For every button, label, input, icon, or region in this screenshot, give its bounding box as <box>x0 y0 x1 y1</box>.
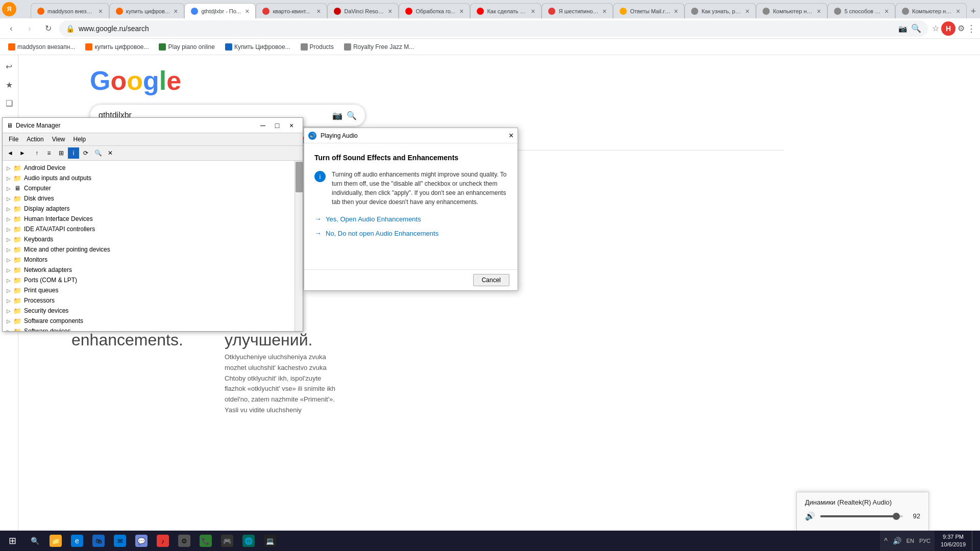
toolbar-back[interactable]: ◄ <box>5 147 16 159</box>
taskbar-app-game[interactable]: 🎮 <box>217 531 237 551</box>
tab-close-icon[interactable]: × <box>245 7 249 15</box>
tree-computer[interactable]: ▷ 🖥 Computer <box>3 183 295 193</box>
dm-maximize-button[interactable]: □ <box>270 118 284 133</box>
bookmark-products[interactable]: Products <box>297 42 338 52</box>
tray-up-arrow-icon[interactable]: ^ <box>883 537 889 545</box>
dm-close-button[interactable]: × <box>284 118 299 133</box>
taskbar-app-music[interactable]: ♪ <box>153 531 173 551</box>
bookmark-piano[interactable]: Play piano online <box>155 42 218 52</box>
dm-menu-file[interactable]: File <box>5 134 22 144</box>
tab-5sp[interactable]: 5 способов по... × <box>827 3 895 18</box>
tab-google-active[interactable]: gthtdjlxbr - По... × <box>184 3 256 18</box>
start-button[interactable]: ⊞ <box>0 531 24 551</box>
tab-otvety[interactable]: Ответы Mail.ru... × <box>613 3 684 18</box>
bookmark-star-icon[interactable]: ☆ <box>932 23 939 33</box>
tray-lang-en[interactable]: EN <box>905 538 915 544</box>
bookmark-jazz[interactable]: Royalty Free Jazz M... <box>340 42 418 52</box>
sidebar-bookmark2[interactable]: ★ <box>2 78 16 92</box>
forward-button[interactable]: › <box>22 21 37 36</box>
volume-slider-track[interactable] <box>820 515 903 517</box>
camera-search-icon[interactable]: 📷 <box>332 111 342 120</box>
tree-security[interactable]: ▷ 📁 Security devices <box>3 306 295 316</box>
tab-buy[interactable]: купить цифровое... × <box>109 3 185 18</box>
dm-scroll-thumb[interactable] <box>296 162 303 192</box>
new-tab-button[interactable]: + <box>967 4 980 18</box>
toolbar-up[interactable]: ↑ <box>31 147 42 159</box>
tree-display[interactable]: ▷ 📁 Display adapters <box>3 204 295 214</box>
toolbar-forward[interactable]: ► <box>17 147 28 159</box>
tab-close-icon[interactable]: × <box>174 7 178 15</box>
bookmark-maddyson[interactable]: maddyson внезапн... <box>4 42 79 52</box>
tab-close-icon[interactable]: × <box>459 7 463 15</box>
taskbar-app-pc[interactable]: 💻 <box>260 531 280 551</box>
toolbar-remove[interactable]: ✕ <box>105 147 116 159</box>
tab-close-icon[interactable]: × <box>674 7 678 15</box>
volume-slider-thumb[interactable] <box>893 513 900 520</box>
dm-menu-view[interactable]: View <box>48 134 69 144</box>
taskbar-app-fileexplorer[interactable]: 📁 <box>45 531 66 551</box>
tree-android[interactable]: ▷ 📁 Android Device <box>3 163 295 173</box>
reload-button[interactable]: ↻ <box>41 21 55 36</box>
taskbar-app-settings[interactable]: ⚙ <box>174 531 194 551</box>
taskbar-app-phone[interactable]: 📞 <box>195 531 216 551</box>
tab-close-icon[interactable]: × <box>388 7 392 15</box>
taskbar-app-web[interactable]: 🌐 <box>238 531 259 551</box>
show-desktop-button[interactable] <box>972 531 976 551</box>
taskbar-app-store[interactable]: 🛍 <box>88 531 109 551</box>
dm-menu-help[interactable]: Help <box>69 134 90 144</box>
pad-link-no[interactable]: → No, Do not open Audio Enhancements <box>314 229 507 237</box>
tab-davinci[interactable]: DaVinci Resolv... × <box>327 3 399 18</box>
address-bar[interactable]: 🔒 www.google.ru/search 📷 🔍 <box>59 20 928 37</box>
tree-processors[interactable]: ▷ 📁 Processors <box>3 295 295 306</box>
tab-close-icon[interactable]: × <box>602 7 606 15</box>
extensions-icon[interactable]: ⚙ <box>958 23 965 33</box>
pad-link-yes[interactable]: → Yes, Open Audio Enhancements <box>314 215 507 223</box>
tree-swdev[interactable]: ▷ 📁 Software devices <box>3 326 295 331</box>
tab-kak2[interactable]: Как узнать, ра... × <box>684 3 756 18</box>
taskbar-app-discord[interactable]: 💬 <box>131 531 152 551</box>
tab-close-icon[interactable]: × <box>817 7 821 15</box>
tree-network[interactable]: ▷ 📁 Network adapters <box>3 265 295 275</box>
bookmark-digital[interactable]: Купить Цифровое... <box>221 42 295 52</box>
toolbar-list[interactable]: ≡ <box>43 147 55 159</box>
camera-icon[interactable]: 📷 <box>898 24 907 33</box>
tab-close-icon[interactable]: × <box>99 7 103 15</box>
pad-close-button[interactable]: × <box>509 131 513 140</box>
tab-comp1[interactable]: Компьютер не... × <box>756 3 827 18</box>
profile-icon[interactable]: Я <box>2 2 16 16</box>
dm-scrollbar[interactable] <box>295 161 303 331</box>
toolbar-prop[interactable]: i <box>68 147 79 159</box>
tree-ide[interactable]: ▷ 📁 IDE ATA/ATAPI controllers <box>3 224 295 234</box>
toolbar-grid[interactable]: ⊞ <box>56 147 67 159</box>
tab-kak[interactable]: Как сделать из... × <box>470 3 542 18</box>
tree-hid[interactable]: ▷ 📁 Human Interface Devices <box>3 214 295 224</box>
taskbar-app-mail[interactable]: ✉ <box>110 531 130 551</box>
tab-kvarto[interactable]: кварто-квинт... × <box>256 3 327 18</box>
tab-close-icon[interactable]: × <box>531 7 535 15</box>
menu-icon[interactable]: ⋮ <box>967 23 976 34</box>
bookmark-buy[interactable]: купить цифровое... <box>81 42 153 52</box>
tab-close-icon[interactable]: × <box>885 7 889 15</box>
tray-lang-ru[interactable]: РУС <box>918 538 932 544</box>
tree-disk[interactable]: ▷ 📁 Disk drives <box>3 193 295 204</box>
profile-avatar[interactable]: H <box>941 21 955 36</box>
tab-close-icon[interactable]: × <box>745 7 749 15</box>
sidebar-tab[interactable]: ❑ <box>2 96 16 110</box>
tree-keyboards[interactable]: ▷ 📁 Keyboards <box>3 234 295 244</box>
toolbar-update[interactable]: ⟳ <box>80 147 91 159</box>
tree-print[interactable]: ▷ 📁 Print queues <box>3 285 295 295</box>
toolbar-scan[interactable]: 🔍 <box>92 147 104 159</box>
sidebar-reload[interactable]: ↩ <box>2 59 16 73</box>
taskbar-search-icon[interactable]: 🔍 <box>27 537 43 545</box>
dm-menu-action[interactable]: Action <box>22 134 47 144</box>
tree-ports[interactable]: ▷ 📁 Ports (COM & LPT) <box>3 275 295 285</box>
taskbar-app-edge[interactable]: e <box>67 531 87 551</box>
taskbar-clock[interactable]: 9:37 PM 10/6/2019 <box>937 533 970 549</box>
tree-monitors[interactable]: ▷ 📁 Monitors <box>3 255 295 265</box>
dm-minimize-button[interactable]: ─ <box>256 118 270 133</box>
pad-cancel-button[interactable]: Cancel <box>473 274 509 286</box>
tab-shest[interactable]: Я шестипинов... × <box>542 3 613 18</box>
tree-swcomp[interactable]: ▷ 📁 Software components <box>3 316 295 326</box>
tab-maddyson[interactable]: maddyson внезапн... × <box>31 3 109 18</box>
tree-audio-io[interactable]: ▷ 📁 Audio inputs and outputs <box>3 173 295 183</box>
